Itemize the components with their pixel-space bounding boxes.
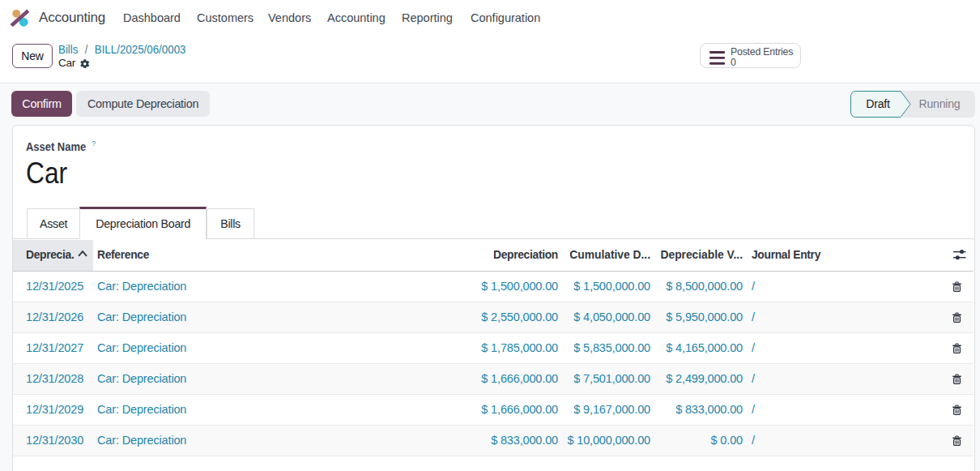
svg-text:Running: Running	[919, 97, 961, 110]
svg-text:Draft: Draft	[866, 97, 890, 110]
